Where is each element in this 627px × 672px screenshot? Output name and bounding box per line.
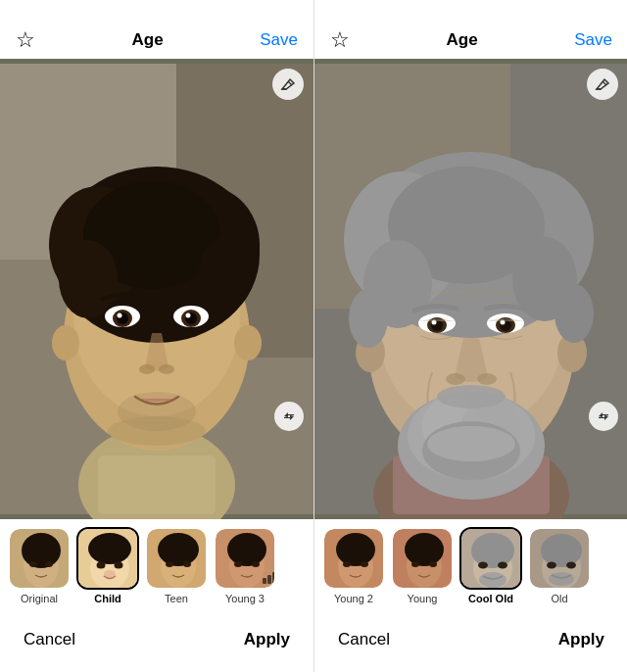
svg-point-116 xyxy=(541,534,582,567)
svg-point-20 xyxy=(59,240,118,318)
svg-point-117 xyxy=(547,562,556,569)
svg-point-106 xyxy=(411,561,419,567)
right-thumb-young2[interactable]: Young 2 xyxy=(322,527,385,613)
left-eraser-button[interactable] xyxy=(272,69,304,100)
left-photo-area xyxy=(0,59,314,519)
svg-point-37 xyxy=(29,561,37,567)
right-thumb-label-young: Young xyxy=(408,593,438,604)
right-save-button[interactable]: Save xyxy=(574,30,612,50)
svg-point-100 xyxy=(336,533,375,566)
svg-point-110 xyxy=(471,533,514,568)
right-thumb-coolold[interactable]: Cool Old xyxy=(459,527,522,613)
left-title: Age xyxy=(132,30,164,50)
right-thumb-label-young2: Young 2 xyxy=(334,593,373,604)
svg-point-111 xyxy=(478,562,488,569)
left-thumb-img-child[interactable] xyxy=(76,527,139,590)
right-cancel-button[interactable]: Cancel xyxy=(338,630,390,649)
right-thumb-label-old: Old xyxy=(551,593,567,604)
eraser-icon xyxy=(280,76,296,92)
svg-rect-55 xyxy=(263,578,266,584)
svg-rect-56 xyxy=(267,575,271,584)
left-phone-screen: 3:03 ☆ Age xyxy=(0,0,314,672)
svg-point-112 xyxy=(498,562,507,569)
left-face-image xyxy=(0,59,314,519)
right-face-image xyxy=(314,59,627,519)
svg-point-119 xyxy=(549,572,574,586)
svg-point-89 xyxy=(446,373,465,385)
right-apply-button[interactable]: Apply xyxy=(558,630,604,649)
right-thumb-img-old[interactable] xyxy=(528,527,591,590)
left-thumb-img-young3[interactable] xyxy=(214,527,276,590)
svg-point-41 xyxy=(88,533,131,564)
svg-point-29 xyxy=(186,313,191,318)
right-eraser-button[interactable] xyxy=(587,69,618,100)
left-apply-button[interactable]: Apply xyxy=(244,630,290,649)
right-thumb-old[interactable]: Old xyxy=(528,527,591,613)
left-cancel-button[interactable]: Cancel xyxy=(24,630,75,649)
svg-point-14 xyxy=(52,325,79,360)
right-title: Age xyxy=(447,30,478,50)
right-phone-screen: 3:04 ☆ Age Save xyxy=(314,0,627,672)
svg-point-90 xyxy=(477,373,497,385)
right-thumb-img-coolold[interactable] xyxy=(459,527,522,590)
svg-point-97 xyxy=(427,426,515,461)
left-swap-button[interactable] xyxy=(274,402,304,431)
svg-point-36 xyxy=(22,533,61,568)
svg-point-30 xyxy=(139,364,155,374)
swap-icon xyxy=(281,408,297,424)
svg-point-96 xyxy=(437,385,506,408)
svg-point-48 xyxy=(166,561,173,567)
right-swap-icon xyxy=(596,408,611,424)
svg-point-52 xyxy=(227,533,266,566)
left-thumbnails: Original Child xyxy=(0,519,314,617)
left-thumb-img-teen[interactable] xyxy=(145,527,208,590)
right-photo-area xyxy=(314,59,627,519)
svg-point-38 xyxy=(45,561,53,567)
svg-point-101 xyxy=(343,561,351,567)
right-bottom-bar: Cancel Apply xyxy=(314,617,627,672)
right-thumb-label-coolold: Cool Old xyxy=(468,593,513,604)
left-thumb-young3[interactable]: Young 3 xyxy=(214,527,276,613)
left-save-button[interactable]: Save xyxy=(260,30,298,50)
svg-point-118 xyxy=(566,562,576,569)
svg-point-79 xyxy=(349,289,388,348)
left-thumb-label-original: Original xyxy=(21,593,58,604)
right-eraser-icon xyxy=(595,76,610,92)
svg-point-54 xyxy=(252,561,260,567)
svg-point-105 xyxy=(405,533,444,566)
left-star-icon[interactable]: ☆ xyxy=(16,27,35,53)
svg-point-25 xyxy=(118,313,122,318)
svg-rect-57 xyxy=(272,572,276,584)
svg-point-53 xyxy=(234,561,242,567)
svg-point-113 xyxy=(479,572,506,588)
svg-point-43 xyxy=(115,562,123,569)
right-thumb-img-young2[interactable] xyxy=(322,527,385,590)
left-thumb-original[interactable]: Original xyxy=(8,527,71,613)
left-top-bar: ☆ Age Save xyxy=(0,0,314,59)
svg-point-33 xyxy=(108,416,206,446)
svg-point-31 xyxy=(159,364,174,374)
right-thumbnails: Young 2 Young xyxy=(314,519,627,617)
svg-point-42 xyxy=(97,562,106,569)
right-thumb-img-young[interactable] xyxy=(391,527,454,590)
svg-point-15 xyxy=(234,325,262,360)
left-thumb-label-teen: Teen xyxy=(165,593,188,604)
left-thumb-label-child: Child xyxy=(94,593,121,604)
right-star-icon[interactable]: ☆ xyxy=(330,27,350,53)
left-thumb-img-original[interactable] xyxy=(8,527,71,590)
svg-point-80 xyxy=(555,284,594,343)
left-thumb-label-young3: Young 3 xyxy=(225,593,265,604)
svg-point-49 xyxy=(183,561,191,567)
right-top-bar: ☆ Age Save xyxy=(314,0,627,59)
svg-point-21 xyxy=(198,237,253,312)
svg-point-107 xyxy=(429,561,437,567)
svg-point-102 xyxy=(361,561,368,567)
left-bottom-bar: Cancel Apply xyxy=(0,617,314,672)
svg-rect-11 xyxy=(98,456,216,514)
right-swap-button[interactable] xyxy=(589,402,618,431)
left-thumb-teen[interactable]: Teen xyxy=(145,527,208,613)
svg-point-47 xyxy=(158,533,199,566)
left-thumb-child[interactable]: Child xyxy=(76,527,139,613)
right-thumb-young[interactable]: Young xyxy=(391,527,454,613)
